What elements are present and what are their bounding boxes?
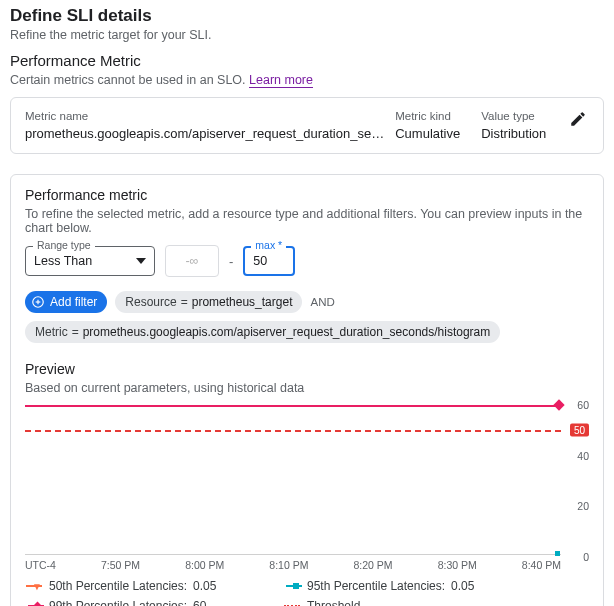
filter-and: AND [310,296,334,308]
metric-summary-card: Metric name prometheus.googleapis.com/ap… [10,97,604,154]
chart-ytick: 0 [567,551,589,563]
chart-ytick: 40 [567,450,589,462]
refine-card: Performance metric To refine the selecte… [10,174,604,606]
chevron-down-icon [136,258,146,264]
chart-xtick: 8:10 PM [269,559,308,575]
perf-metric-desc: Certain metrics cannot be used in an SLO… [10,73,604,87]
chart-xtick: 8:00 PM [185,559,224,575]
refine-subtitle: To refine the selected metric, add a res… [25,207,589,235]
preview-subtitle: Based on current parameters, using histo… [25,381,589,395]
range-type-label: Range type [33,239,95,251]
chart-xtick: UTC-4 [25,559,56,575]
chart-ytick: 60 [567,399,589,411]
filter-chip-resource[interactable]: Resource = prometheus_target [115,291,302,313]
max-label: max * [251,239,286,251]
chart-xaxis: UTC-47:50 PM8:00 PM8:10 PM8:20 PM8:30 PM… [25,559,561,575]
preview-chart: UTC-47:50 PM8:00 PM8:10 PM8:20 PM8:30 PM… [25,405,589,575]
learn-more-link[interactable]: Learn more [249,73,313,88]
chart-legend: ▼ 50th Percentile Latencies: 0.05 95th P… [25,579,589,606]
p99-line [25,405,561,407]
chart-xtick: 8:30 PM [438,559,477,575]
metric-kind-label: Metric kind [395,110,473,122]
legend-p50: ▼ 50th Percentile Latencies: 0.05 [25,579,255,593]
edit-icon[interactable] [569,110,587,131]
refine-title: Performance metric [25,187,589,203]
value-type-value: Distribution [481,126,559,141]
page-subtitle: Refine the metric target for your SLI. [10,28,604,42]
preview-title: Preview [25,361,589,377]
range-dash: - [229,254,233,269]
min-field: -∞ [165,245,219,277]
legend-p95: 95th Percentile Latencies: 0.05 [283,579,513,593]
add-filter-button[interactable]: Add filter [25,291,107,313]
page-title: Define SLI details [10,6,604,26]
chart-ytick: 20 [567,500,589,512]
chart-xtick: 8:40 PM [522,559,561,575]
metric-name-value: prometheus.googleapis.com/apiserver_requ… [25,126,387,141]
legend-threshold: Threshold [283,599,513,606]
legend-p99: 99th Percentile Latencies: 60 [25,599,255,606]
chart-baseline [25,554,561,557]
chart-xtick: 8:20 PM [354,559,393,575]
chart-xtick: 7:50 PM [101,559,140,575]
metric-name-label: Metric name [25,110,387,122]
threshold-badge: 50 [570,424,589,437]
threshold-line [25,430,561,432]
p99-marker [553,399,564,410]
metric-kind-value: Cumulative [395,126,473,141]
perf-metric-heading: Performance Metric [10,52,604,69]
filter-chip-metric[interactable]: Metric = prometheus.googleapis.com/apise… [25,321,500,343]
value-type-label: Value type [481,110,559,122]
p95-baseline-marker [555,551,560,556]
